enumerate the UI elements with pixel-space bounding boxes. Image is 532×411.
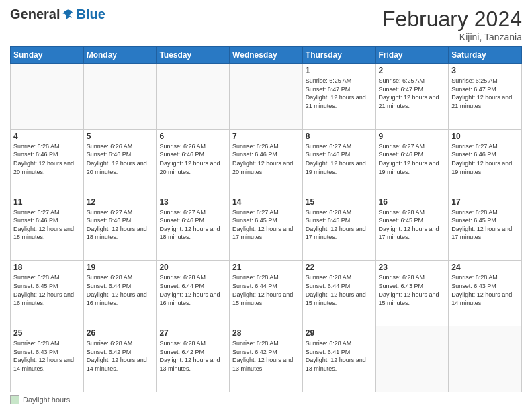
calendar-cell: 15Sunrise: 6:28 AM Sunset: 6:45 PM Dayli…: [302, 195, 375, 261]
calendar-cell: 20Sunrise: 6:28 AM Sunset: 6:44 PM Dayli…: [157, 261, 230, 326]
calendar-cell: [230, 64, 303, 130]
title-block: February 2024 Kijini, Tanzania: [382, 7, 522, 42]
day-number: 23: [379, 263, 446, 272]
day-number: 11: [13, 197, 81, 207]
calendar-week-1: 4Sunrise: 6:26 AM Sunset: 6:46 PM Daylig…: [11, 129, 522, 195]
cell-info: Sunrise: 6:28 AM Sunset: 6:43 PM Dayligh…: [13, 339, 81, 373]
calendar-header-monday: Monday: [83, 47, 157, 64]
calendar-cell: 6Sunrise: 6:26 AM Sunset: 6:46 PM Daylig…: [157, 129, 230, 195]
calendar-cell: 1Sunrise: 6:25 AM Sunset: 6:47 PM Daylig…: [302, 64, 375, 130]
calendar-header-wednesday: Wednesday: [230, 47, 303, 64]
day-number: 1: [306, 66, 373, 75]
calendar-cell: 7Sunrise: 6:26 AM Sunset: 6:46 PM Daylig…: [230, 129, 303, 195]
calendar-cell: 4Sunrise: 6:26 AM Sunset: 6:46 PM Daylig…: [11, 129, 84, 195]
cell-info: Sunrise: 6:28 AM Sunset: 6:44 PM Dayligh…: [306, 273, 373, 307]
subtitle: Kijini, Tanzania: [382, 32, 522, 42]
footer: Daylight hours: [10, 395, 522, 404]
day-number: 3: [451, 66, 519, 75]
daylight-label: Daylight hours: [23, 396, 70, 404]
header: General Blue February 2024 Kijini, Tanza…: [10, 7, 522, 42]
cell-info: Sunrise: 6:26 AM Sunset: 6:46 PM Dayligh…: [159, 142, 226, 176]
calendar-header-row: SundayMondayTuesdayWednesdayThursdayFrid…: [11, 47, 522, 64]
day-number: 20: [159, 263, 226, 272]
calendar-table: SundayMondayTuesdayWednesdayThursdayFrid…: [10, 46, 522, 392]
cell-info: Sunrise: 6:28 AM Sunset: 6:45 PM Dayligh…: [379, 208, 446, 242]
calendar-week-2: 11Sunrise: 6:27 AM Sunset: 6:46 PM Dayli…: [11, 195, 522, 261]
calendar-cell: 21Sunrise: 6:28 AM Sunset: 6:44 PM Dayli…: [230, 261, 303, 326]
calendar-cell: 14Sunrise: 6:27 AM Sunset: 6:45 PM Dayli…: [230, 195, 303, 261]
calendar-header-friday: Friday: [375, 47, 449, 64]
day-number: 17: [451, 197, 519, 207]
calendar-header-saturday: Saturday: [449, 47, 522, 64]
calendar-cell: 13Sunrise: 6:27 AM Sunset: 6:46 PM Dayli…: [157, 195, 230, 261]
calendar-cell: 3Sunrise: 6:25 AM Sunset: 6:47 PM Daylig…: [449, 64, 522, 130]
cell-info: Sunrise: 6:25 AM Sunset: 6:47 PM Dayligh…: [379, 77, 446, 110]
calendar-cell: 26Sunrise: 6:28 AM Sunset: 6:42 PM Dayli…: [83, 326, 157, 392]
cell-info: Sunrise: 6:28 AM Sunset: 6:45 PM Dayligh…: [13, 273, 81, 307]
day-number: 2: [379, 66, 446, 75]
calendar-cell: 22Sunrise: 6:28 AM Sunset: 6:44 PM Dayli…: [302, 261, 375, 326]
day-number: 24: [451, 263, 519, 272]
calendar-week-4: 25Sunrise: 6:28 AM Sunset: 6:43 PM Dayli…: [11, 326, 522, 392]
day-number: 8: [306, 132, 373, 141]
day-number: 12: [87, 197, 154, 207]
day-number: 7: [232, 132, 300, 141]
day-number: 29: [306, 328, 373, 338]
cell-info: Sunrise: 6:26 AM Sunset: 6:46 PM Dayligh…: [87, 142, 154, 176]
cell-info: Sunrise: 6:28 AM Sunset: 6:43 PM Dayligh…: [451, 273, 519, 307]
day-number: 16: [379, 197, 446, 207]
calendar-cell: 16Sunrise: 6:28 AM Sunset: 6:45 PM Dayli…: [375, 195, 449, 261]
calendar-cell: [11, 64, 84, 130]
day-number: 27: [159, 328, 226, 338]
cell-info: Sunrise: 6:28 AM Sunset: 6:42 PM Dayligh…: [232, 339, 300, 373]
calendar-cell: 28Sunrise: 6:28 AM Sunset: 6:42 PM Dayli…: [230, 326, 303, 392]
calendar-cell: 27Sunrise: 6:28 AM Sunset: 6:42 PM Dayli…: [157, 326, 230, 392]
day-number: 18: [13, 263, 81, 272]
cell-info: Sunrise: 6:25 AM Sunset: 6:47 PM Dayligh…: [306, 77, 373, 110]
calendar-header-sunday: Sunday: [11, 47, 84, 64]
cell-info: Sunrise: 6:28 AM Sunset: 6:43 PM Dayligh…: [379, 273, 446, 307]
logo-text: General Blue: [10, 7, 105, 22]
cell-info: Sunrise: 6:28 AM Sunset: 6:44 PM Dayligh…: [232, 273, 300, 307]
calendar-cell: 2Sunrise: 6:25 AM Sunset: 6:47 PM Daylig…: [375, 64, 449, 130]
calendar-cell: [375, 326, 449, 392]
main-title: February 2024: [382, 7, 522, 32]
calendar-cell: 19Sunrise: 6:28 AM Sunset: 6:44 PM Dayli…: [83, 261, 157, 326]
calendar-cell: 29Sunrise: 6:28 AM Sunset: 6:41 PM Dayli…: [302, 326, 375, 392]
cell-info: Sunrise: 6:28 AM Sunset: 6:45 PM Dayligh…: [306, 208, 373, 242]
daylight-legend-box: [10, 395, 19, 404]
calendar-cell: 8Sunrise: 6:27 AM Sunset: 6:46 PM Daylig…: [302, 129, 375, 195]
cell-info: Sunrise: 6:27 AM Sunset: 6:46 PM Dayligh…: [13, 208, 81, 242]
cell-info: Sunrise: 6:25 AM Sunset: 6:47 PM Dayligh…: [451, 77, 519, 110]
day-number: 13: [159, 197, 226, 207]
calendar-cell: 12Sunrise: 6:27 AM Sunset: 6:46 PM Dayli…: [83, 195, 157, 261]
logo-bird-icon: [61, 8, 75, 21]
cell-info: Sunrise: 6:26 AM Sunset: 6:46 PM Dayligh…: [13, 142, 81, 176]
calendar-week-0: 1Sunrise: 6:25 AM Sunset: 6:47 PM Daylig…: [11, 64, 522, 130]
logo-general: General: [10, 7, 60, 22]
page: General Blue February 2024 Kijini, Tanza…: [0, 0, 532, 411]
cell-info: Sunrise: 6:28 AM Sunset: 6:45 PM Dayligh…: [451, 208, 519, 242]
day-number: 19: [87, 263, 154, 272]
logo-blue: Blue: [76, 7, 105, 22]
day-number: 6: [159, 132, 226, 141]
calendar-cell: 25Sunrise: 6:28 AM Sunset: 6:43 PM Dayli…: [11, 326, 84, 392]
calendar-cell: 24Sunrise: 6:28 AM Sunset: 6:43 PM Dayli…: [449, 261, 522, 326]
calendar-cell: [83, 64, 157, 130]
logo: General Blue: [10, 7, 105, 22]
cell-info: Sunrise: 6:27 AM Sunset: 6:46 PM Dayligh…: [379, 142, 446, 176]
day-number: 10: [451, 132, 519, 141]
day-number: 21: [232, 263, 300, 272]
calendar-cell: [157, 64, 230, 130]
cell-info: Sunrise: 6:28 AM Sunset: 6:44 PM Dayligh…: [159, 273, 226, 307]
day-number: 15: [306, 197, 373, 207]
calendar-week-3: 18Sunrise: 6:28 AM Sunset: 6:45 PM Dayli…: [11, 261, 522, 326]
cell-info: Sunrise: 6:27 AM Sunset: 6:46 PM Dayligh…: [159, 208, 226, 242]
calendar-header-tuesday: Tuesday: [157, 47, 230, 64]
calendar-cell: 10Sunrise: 6:27 AM Sunset: 6:46 PM Dayli…: [449, 129, 522, 195]
calendar-cell: 23Sunrise: 6:28 AM Sunset: 6:43 PM Dayli…: [375, 261, 449, 326]
day-number: 5: [87, 132, 154, 141]
day-number: 14: [232, 197, 300, 207]
calendar-cell: 11Sunrise: 6:27 AM Sunset: 6:46 PM Dayli…: [11, 195, 84, 261]
calendar-cell: 17Sunrise: 6:28 AM Sunset: 6:45 PM Dayli…: [449, 195, 522, 261]
